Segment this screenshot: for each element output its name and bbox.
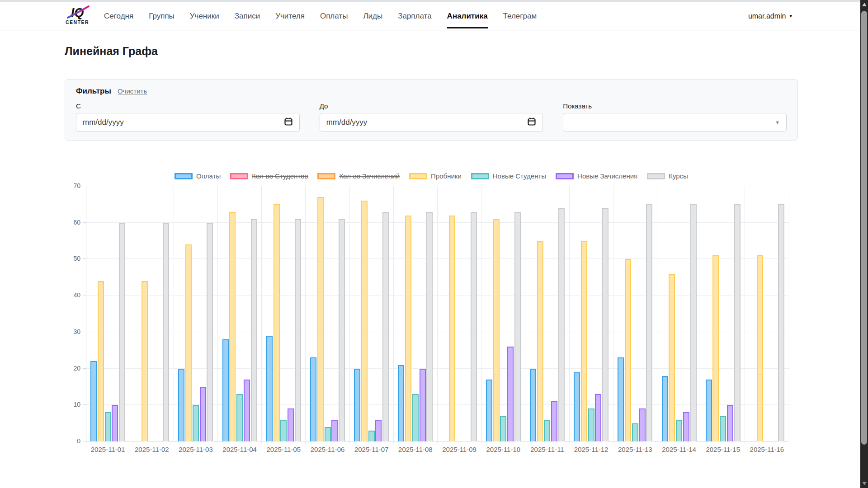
legend-label: Кол-во Студентов	[252, 172, 308, 180]
bar	[507, 347, 514, 441]
chart-legend: ОплатыКол-во СтудентовКол-во ЗачисленийП…	[65, 172, 798, 180]
legend-swatch	[317, 173, 335, 179]
user-name: umar.admin	[748, 12, 786, 20]
bar	[537, 241, 543, 441]
nav-item-0[interactable]: Сегодня	[104, 12, 133, 21]
bar	[90, 361, 97, 441]
browser-scrollbar[interactable]	[860, 0, 868, 488]
nav-item-4[interactable]: Учителя	[275, 12, 305, 21]
y-tick-label: 0	[77, 437, 80, 445]
bar-group-2025-11-01	[86, 186, 130, 441]
y-tick-label: 60	[73, 219, 80, 226]
legend-item-3[interactable]: Пробники	[409, 172, 462, 180]
legend-item-6[interactable]: Курсы	[647, 172, 688, 180]
bar	[295, 219, 301, 441]
logo-text-center: CENTER	[66, 19, 89, 25]
scrollbar-down-arrow-icon[interactable]	[862, 482, 867, 485]
chart-plot-area[interactable]	[86, 186, 789, 441]
x-tick-label: 2025-11-01	[86, 446, 130, 453]
bar	[200, 387, 206, 441]
x-tick-label: 2025-11-02	[130, 446, 174, 453]
x-tick-label: 2025-11-10	[481, 446, 525, 453]
nav-item-9[interactable]: Телеграм	[503, 12, 537, 21]
bar	[288, 408, 294, 441]
scrollbar-thumb[interactable]	[861, 11, 867, 445]
bar	[185, 244, 192, 441]
bar	[706, 380, 712, 441]
bar	[720, 416, 726, 442]
bar	[683, 412, 689, 441]
show-field: Показать ▼	[563, 102, 787, 132]
bar	[676, 420, 682, 441]
y-tick-label: 70	[73, 182, 80, 189]
x-tick-label: 2025-11-07	[349, 446, 393, 453]
nav-item-8[interactable]: Аналитика	[447, 12, 488, 21]
bar	[551, 401, 557, 441]
x-tick-label: 2025-11-09	[438, 446, 481, 453]
nav-item-7[interactable]: Зарплата	[398, 12, 431, 21]
calendar-icon[interactable]	[284, 117, 293, 128]
bar	[530, 369, 536, 441]
bar	[669, 274, 675, 441]
legend-item-5[interactable]: Новые Зачисления	[556, 172, 637, 180]
legend-item-4[interactable]: Новые Студенты	[471, 172, 546, 180]
date-to-placeholder: mm/dd/yyyy	[326, 118, 368, 127]
bar	[486, 380, 492, 441]
legend-label: Новые Зачисления	[577, 172, 637, 180]
calendar-icon[interactable]	[527, 117, 536, 128]
bar-group-2025-11-08	[393, 186, 437, 441]
chevron-down-icon: ▾	[789, 13, 792, 19]
clear-filters-link[interactable]: Очистить	[118, 87, 147, 95]
y-axis: 010203040506070	[65, 186, 86, 441]
bar	[105, 412, 111, 441]
date-to-label: До	[320, 102, 543, 110]
bar-group-2025-11-10	[481, 186, 525, 441]
y-tick-label: 40	[73, 291, 80, 299]
legend-swatch	[647, 173, 665, 179]
bar-group-2025-11-02	[130, 186, 174, 441]
user-menu[interactable]: umar.admin ▾	[748, 12, 792, 20]
legend-item-1[interactable]: Кол-во Студентов	[230, 172, 308, 180]
legend-swatch	[556, 173, 574, 179]
scrollbar-up-arrow-icon[interactable]	[862, 3, 867, 6]
filters-title: Фильтры	[76, 87, 111, 96]
bar	[602, 208, 609, 441]
bar	[449, 216, 455, 441]
nav-item-3[interactable]: Записи	[235, 12, 260, 21]
bar	[778, 204, 784, 441]
x-tick-label: 2025-11-04	[218, 446, 262, 453]
nav-item-1[interactable]: Группы	[149, 12, 175, 21]
bar	[310, 357, 316, 441]
select-caret-icon: ▼	[775, 120, 780, 125]
legend-swatch	[230, 173, 248, 179]
x-tick-label: 2025-11-12	[569, 446, 613, 453]
y-tick-label: 20	[73, 365, 80, 372]
x-tick-label: 2025-11-16	[745, 446, 789, 453]
legend-swatch	[471, 173, 489, 179]
bar	[588, 408, 594, 441]
y-tick-label: 30	[73, 328, 80, 335]
page-content: Линейная Графа Фильтры Очистить С mm/dd/…	[65, 45, 798, 453]
show-select[interactable]: ▼	[563, 113, 787, 132]
y-tick-label: 50	[73, 255, 80, 262]
bar-group-2025-11-16	[745, 186, 789, 441]
date-to-input[interactable]: mm/dd/yyyy	[320, 113, 543, 132]
bar-group-2025-11-05	[262, 186, 306, 441]
iq-center-logo[interactable]: IQ CENTER	[62, 4, 92, 28]
bar	[244, 380, 250, 441]
bar	[405, 216, 411, 441]
date-from-input[interactable]: mm/dd/yyyy	[76, 113, 300, 132]
nav-item-5[interactable]: Оплаты	[320, 12, 348, 21]
legend-item-0[interactable]: Оплаты	[175, 172, 221, 180]
legend-item-2[interactable]: Кол-во Зачислений	[317, 172, 400, 180]
nav-item-6[interactable]: Лиды	[363, 12, 382, 21]
bar	[354, 369, 360, 441]
bar	[325, 427, 331, 441]
bar-group-2025-11-15	[701, 186, 745, 441]
bar	[662, 376, 668, 441]
bar	[280, 420, 287, 441]
nav-item-2[interactable]: Ученики	[190, 12, 219, 21]
bar-group-2025-11-07	[349, 186, 393, 441]
app-header: IQ CENTER СегодняГруппыУченикиЗаписиУчит…	[0, 2, 868, 30]
date-from-field: С mm/dd/yyyy	[76, 102, 300, 132]
